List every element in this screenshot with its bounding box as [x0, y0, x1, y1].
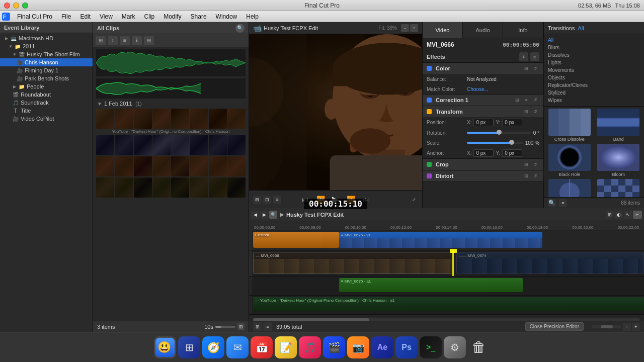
zoom-out-btn[interactable]: - [401, 24, 409, 32]
dock-safari[interactable]: 🧭 [202, 336, 224, 358]
trans-cat-blurs[interactable]: Blurs [544, 44, 644, 51]
transition-checker[interactable]: Checker [595, 179, 642, 197]
clip-mvi0676-v1[interactable]: ≡ MVI_0676 - v1 [339, 232, 542, 248]
menu-view[interactable]: View [96, 11, 117, 22]
dock-photos[interactable]: 📷 [347, 336, 369, 358]
match-color-value[interactable]: Choose... [467, 86, 539, 92]
preview-tool-1[interactable]: ⊞ [253, 196, 261, 204]
rotation-handle[interactable] [497, 130, 502, 135]
zoom-in-timeline[interactable]: + [632, 323, 640, 331]
sidebar-item-people[interactable]: ▶ 📁 People [0, 82, 93, 90]
menu-finalcut[interactable]: Final Cut Pro [13, 11, 56, 22]
tab-video[interactable]: Video [423, 22, 463, 38]
zoom-out-timeline[interactable]: − [623, 323, 631, 331]
distort-section-header[interactable]: Distort ⊞ ↺ [423, 170, 543, 182]
transition-bloom[interactable]: Bloom [595, 144, 642, 177]
bottom-tool-1[interactable]: ⊞ [253, 322, 262, 331]
grid-btn[interactable]: ⊞ [143, 36, 154, 46]
effects-menu-btn[interactable]: ≡ [530, 52, 539, 61]
menu-modify[interactable]: Modify [159, 11, 185, 22]
dock-calendar[interactable]: 📅 [251, 336, 273, 358]
color-expand-btn[interactable]: ⊞ [522, 64, 530, 72]
transition-band[interactable]: Band [595, 109, 642, 142]
transform-section-header[interactable]: Transform ⊞ ↺ [423, 106, 543, 117]
view-toggle-btn[interactable]: ⊞ [95, 36, 106, 46]
blade-tool[interactable]: ✂ [633, 211, 642, 219]
preview-tool-3[interactable]: ≡ [273, 196, 281, 204]
timeline-scrollbar-track[interactable] [253, 318, 640, 321]
timeline-tool-1[interactable]: ⊞ [606, 211, 614, 219]
add-effect-btn[interactable]: + [519, 52, 528, 61]
color-reset-btn[interactable]: ↺ [531, 64, 539, 72]
sidebar-item-park-bench[interactable]: 🎥 Park Bench Shots [0, 74, 93, 82]
timeline-back-btn[interactable]: ◀ [251, 211, 259, 219]
trans-cat-all[interactable]: All [544, 36, 644, 44]
timeline-tool-2[interactable]: ◐ [615, 211, 623, 219]
transform-expand-btn[interactable]: ⊞ [522, 108, 530, 116]
dock-trash[interactable]: 🗑 [468, 336, 490, 358]
clip-waveform-2[interactable] [96, 78, 246, 99]
dock-fcpx[interactable]: 🎬 [323, 336, 345, 358]
menu-share[interactable]: Share [187, 11, 211, 22]
menu-mark[interactable]: Mark [118, 11, 139, 22]
magnify-btn[interactable]: 🔍 [269, 211, 277, 219]
correction-reset-btn[interactable]: ↺ [531, 96, 539, 104]
dock-finder[interactable]: 😃 [154, 336, 176, 358]
dock-preferences[interactable]: ⚙ [444, 336, 466, 358]
distort-expand-btn[interactable]: ⊞ [522, 172, 530, 180]
timeline-fwd-btn[interactable]: ▶ [260, 211, 268, 219]
transition-center[interactable]: Center [546, 179, 593, 197]
trans-search-btn[interactable]: 🔍 [548, 199, 556, 207]
timeline-scrollbar-thumb[interactable] [253, 318, 369, 321]
info-btn[interactable]: ℹ [131, 36, 142, 46]
dock-itunes[interactable]: 🎵 [299, 336, 321, 358]
clip-thumbnail-row-2[interactable] [96, 135, 246, 155]
filter-btn[interactable]: ≡ [119, 36, 130, 46]
correction-expand-btn[interactable]: ⊞ [513, 96, 521, 104]
expand-btn[interactable]: ⊞ [237, 323, 245, 330]
transition-cross-dissolve[interactable]: Cross Dissolve [546, 109, 593, 142]
tab-info[interactable]: Info [503, 22, 543, 38]
dock-terminal[interactable]: >_ [420, 336, 442, 358]
trans-cat-lights[interactable]: Lights [544, 59, 644, 66]
clip-mvi0666[interactable]: — MVI_0666 [253, 252, 452, 274]
clip-youtube-audio[interactable]: — YouTube - "Darkest Hour" (Original Pia… [253, 297, 644, 311]
menu-file[interactable]: File [57, 11, 75, 22]
close-button[interactable] [4, 3, 10, 9]
position-x-input[interactable] [473, 119, 494, 126]
sidebar-item-roundabout[interactable]: 🎬 Roundabout [0, 90, 93, 99]
preview-tool-2[interactable]: ⊡ [263, 196, 271, 204]
trans-cat-objects[interactable]: Objects [544, 74, 644, 81]
search-button[interactable]: 🔍 [235, 24, 245, 33]
sidebar-item-macintosh-hd[interactable]: ▶ 💻 Macintosh HD [0, 34, 93, 42]
trans-cat-replicator[interactable]: Replicator/Clones [544, 81, 644, 89]
anchor-x-input[interactable] [473, 149, 494, 157]
trans-cat-dissolves[interactable]: Dissolves [544, 51, 644, 59]
window-controls[interactable] [4, 3, 28, 9]
minimize-button[interactable] [13, 3, 19, 9]
sidebar-item-videocopilot[interactable]: 🎥 Video CoPilot [0, 115, 93, 123]
menu-clip[interactable]: Clip [140, 11, 159, 22]
anchor-y-input[interactable] [502, 149, 522, 157]
trans-cat-stylized[interactable]: Stylized [544, 89, 644, 97]
bottom-tool-2[interactable]: ≡ [263, 322, 272, 331]
close-precision-btn[interactable]: Close Precision Editor [525, 322, 584, 331]
tab-audio[interactable]: Audio [463, 22, 503, 38]
correction-section-header[interactable]: Correction 1 ⊞ ≡ ↺ [423, 95, 543, 106]
sidebar-item-husky-film[interactable]: ▼ 🎬 Husky The Short Film [0, 50, 93, 58]
correction-menu-btn[interactable]: ≡ [522, 96, 530, 104]
zoom-thumb[interactable] [601, 325, 613, 328]
color-section-header[interactable]: Color ⊞ ↺ [423, 63, 543, 74]
sidebar-item-2011[interactable]: ▼ 📁 2011 [0, 42, 93, 50]
clip-custom[interactable]: Custom [253, 232, 339, 248]
trans-cat-movements[interactable]: Movements [544, 66, 644, 74]
menu-window[interactable]: Window [212, 11, 242, 22]
transition-black-hole[interactable]: Black Hole [546, 144, 593, 177]
dock-launchpad[interactable]: ⊞ [178, 336, 200, 358]
trans-cat-wipes[interactable]: Wipes [544, 97, 644, 104]
crop-expand-btn[interactable]: ⊞ [522, 160, 530, 168]
clip-thumbnail-row-1[interactable]: YouTube - "Darkest Hour" (Origi...no Com… [96, 109, 246, 134]
scale-handle[interactable] [509, 140, 514, 145]
dock-ae[interactable]: Ae [371, 336, 393, 358]
sort-btn[interactable]: ↕ [107, 36, 118, 46]
